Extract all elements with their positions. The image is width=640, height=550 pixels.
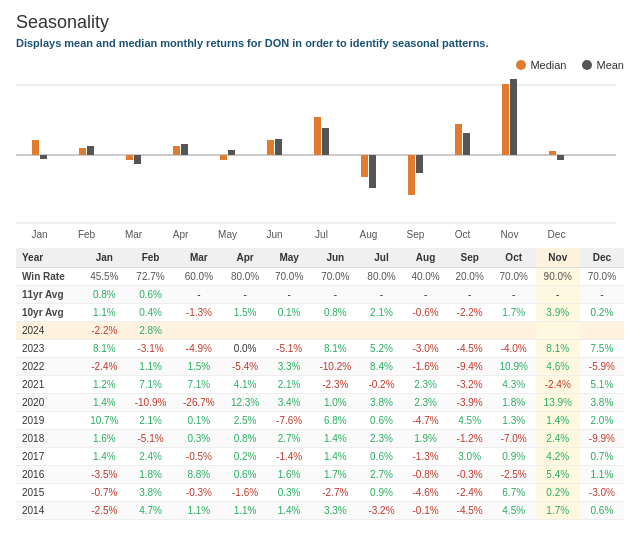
- cell-value: [175, 322, 223, 340]
- cell-value: 8.4%: [359, 358, 403, 376]
- cell-value: 1.1%: [175, 502, 223, 520]
- x-axis-labels: JanFebMarAprMayJunJulAugSepOctNovDec: [16, 225, 604, 240]
- month-group-feb: [63, 75, 110, 225]
- cell-value: -3.9%: [448, 394, 492, 412]
- cell-value: -2.2%: [448, 304, 492, 322]
- col-header-jul: Jul: [359, 248, 403, 268]
- mean-label: Mean: [596, 59, 624, 71]
- cell-value: -2.2%: [82, 322, 126, 340]
- cell-value: -1.2%: [448, 430, 492, 448]
- cell-value: 3.0%: [448, 448, 492, 466]
- cell-value: 1.8%: [492, 394, 536, 412]
- row-label: 2018: [16, 430, 82, 448]
- cell-value: 1.4%: [82, 394, 126, 412]
- cell-value: 4.6%: [536, 358, 580, 376]
- cell-value: -0.2%: [359, 376, 403, 394]
- median-bar: [314, 117, 321, 155]
- x-label-apr: Apr: [157, 229, 204, 240]
- mean-bar: [134, 155, 141, 164]
- cell-value: -9.9%: [580, 430, 624, 448]
- median-bar: [408, 155, 415, 195]
- cell-value: -3.5%: [82, 466, 126, 484]
- cell-value: 1.7%: [492, 304, 536, 322]
- row-label: 2015: [16, 484, 82, 502]
- cell-value: -: [223, 286, 267, 304]
- cell-value: 3.8%: [580, 394, 624, 412]
- cell-value: -: [359, 286, 403, 304]
- cell-value: -: [492, 286, 536, 304]
- cell-value: 1.7%: [536, 502, 580, 520]
- cell-value: 1.4%: [311, 430, 359, 448]
- cell-value: -0.3%: [448, 466, 492, 484]
- cell-value: [311, 322, 359, 340]
- cell-value: 4.7%: [126, 502, 174, 520]
- row-label: 2022: [16, 358, 82, 376]
- ticker: DON: [265, 37, 289, 49]
- cell-value: 0.4%: [126, 304, 174, 322]
- col-header-feb: Feb: [126, 248, 174, 268]
- table-row: 201910.7%2.1%0.1%2.5%-7.6%6.8%0.6%-4.7%4…: [16, 412, 624, 430]
- cell-value: 3.3%: [311, 502, 359, 520]
- col-header-may: May: [267, 248, 311, 268]
- cell-value: [267, 322, 311, 340]
- cell-value: 2.5%: [223, 412, 267, 430]
- legend-median: Median: [516, 59, 566, 71]
- cell-value: 5.2%: [359, 340, 403, 358]
- cell-value: 1.5%: [175, 358, 223, 376]
- month-group-mar: [110, 75, 157, 225]
- cell-value: 0.0%: [223, 340, 267, 358]
- cell-value: 70.0%: [311, 268, 359, 286]
- cell-value: 90.0%: [536, 268, 580, 286]
- cell-value: -: [404, 286, 448, 304]
- cell-value: -3.1%: [126, 340, 174, 358]
- cell-value: -5.9%: [580, 358, 624, 376]
- cell-value: -3.2%: [448, 376, 492, 394]
- median-label: Median: [530, 59, 566, 71]
- cell-value: 60.0%: [175, 268, 223, 286]
- cell-value: 0.8%: [82, 286, 126, 304]
- cell-value: [492, 322, 536, 340]
- mean-bar: [275, 139, 282, 155]
- row-label: 2020: [16, 394, 82, 412]
- month-group-may: [204, 75, 251, 225]
- table-row: 2016-3.5%1.8%8.8%0.6%1.6%1.7%2.7%-0.8%-0…: [16, 466, 624, 484]
- table-row: Win Rate45.5%72.7%60.0%80.0%70.0%70.0%80…: [16, 268, 624, 286]
- cell-value: 70.0%: [492, 268, 536, 286]
- median-color-dot: [516, 60, 526, 70]
- cell-value: 45.5%: [82, 268, 126, 286]
- data-table: YearJanFebMarAprMayJunJulAugSepOctNovDec…: [16, 248, 624, 520]
- table-row: 2024-2.2%2.8%: [16, 322, 624, 340]
- cell-value: 0.7%: [580, 448, 624, 466]
- cell-value: 40.0%: [404, 268, 448, 286]
- month-group-jan: [16, 75, 63, 225]
- cell-value: -2.4%: [82, 358, 126, 376]
- cell-value: 3.4%: [267, 394, 311, 412]
- cell-value: -: [580, 286, 624, 304]
- mean-bar: [228, 150, 235, 155]
- cell-value: -10.2%: [311, 358, 359, 376]
- cell-value: -2.4%: [536, 376, 580, 394]
- cell-value: 2.1%: [359, 304, 403, 322]
- cell-value: -26.7%: [175, 394, 223, 412]
- cell-value: 1.8%: [126, 466, 174, 484]
- cell-value: 2.7%: [267, 430, 311, 448]
- x-label-aug: Aug: [345, 229, 392, 240]
- row-label: 2016: [16, 466, 82, 484]
- median-bar: [267, 140, 274, 155]
- cell-value: -7.0%: [492, 430, 536, 448]
- cell-value: [404, 322, 448, 340]
- cell-value: -1.4%: [267, 448, 311, 466]
- cell-value: 1.2%: [82, 376, 126, 394]
- cell-value: 10.9%: [492, 358, 536, 376]
- cell-value: 0.6%: [223, 466, 267, 484]
- cell-value: -4.5%: [448, 502, 492, 520]
- cell-value: 7.5%: [580, 340, 624, 358]
- month-group-jun: [251, 75, 298, 225]
- median-bar: [455, 124, 462, 155]
- col-header-jan: Jan: [82, 248, 126, 268]
- x-label-oct: Oct: [439, 229, 486, 240]
- cell-value: [223, 322, 267, 340]
- cell-value: 1.3%: [492, 412, 536, 430]
- row-label: 2021: [16, 376, 82, 394]
- legend-mean: Mean: [582, 59, 624, 71]
